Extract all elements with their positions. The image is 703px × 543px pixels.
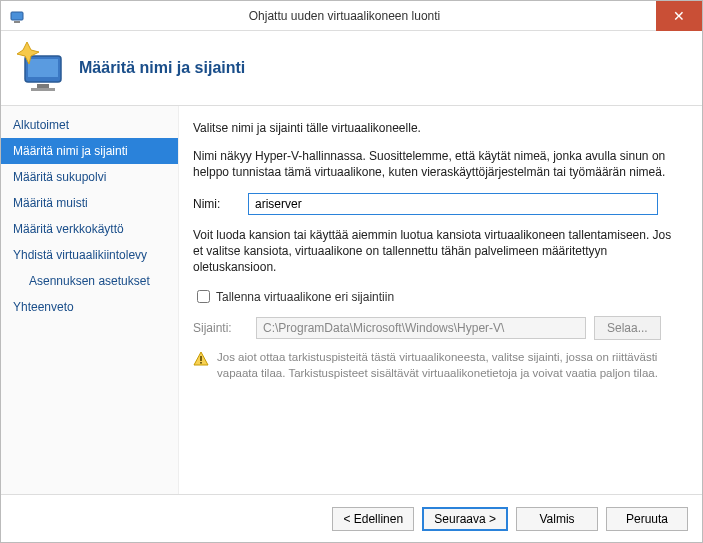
name-label: Nimi: (193, 197, 248, 211)
svg-rect-3 (28, 59, 58, 77)
warning-text: Jos aiot ottaa tarkistuspisteitä tästä v… (217, 350, 684, 381)
browse-button: Selaa... (594, 316, 661, 340)
svg-rect-0 (11, 12, 23, 20)
wizard-icon (11, 38, 71, 98)
sidebar-item-install-options[interactable]: Asennuksen asetukset (1, 268, 178, 294)
close-button[interactable]: ✕ (656, 1, 702, 31)
svg-rect-5 (31, 88, 55, 91)
sidebar-item-network[interactable]: Määritä verkkokäyttö (1, 216, 178, 242)
window-title: Ohjattu uuden virtuaalikoneen luonti (33, 9, 656, 23)
finish-button[interactable]: Valmis (516, 507, 598, 531)
footer: < Edellinen Seuraava > Valmis Peruuta (1, 494, 702, 542)
next-button[interactable]: Seuraava > (422, 507, 508, 531)
svg-rect-8 (200, 356, 202, 361)
wizard-header: Määritä nimi ja sijainti (1, 31, 702, 106)
name-row: Nimi: (193, 193, 684, 215)
location-label: Sijainti: (193, 321, 248, 335)
close-icon: ✕ (673, 8, 685, 24)
svg-rect-9 (200, 362, 202, 364)
intro-text: Valitse nimi ja sijainti tälle virtuaali… (193, 120, 684, 136)
name-input[interactable] (248, 193, 658, 215)
sidebar-item-generation[interactable]: Määritä sukupolvi (1, 164, 178, 190)
sidebar: Alkutoimet Määritä nimi ja sijainti Määr… (1, 106, 179, 494)
sidebar-item-name-location[interactable]: Määritä nimi ja sijainti (1, 138, 178, 164)
wizard-body: Alkutoimet Määritä nimi ja sijainti Määr… (1, 106, 702, 494)
sidebar-item-vhd[interactable]: Yhdistä virtuaalikiintolevy (1, 242, 178, 268)
store-different-location-checkbox[interactable] (197, 290, 210, 303)
cancel-button[interactable]: Peruuta (606, 507, 688, 531)
sidebar-item-memory[interactable]: Määritä muisti (1, 190, 178, 216)
location-row: Sijainti: Selaa... (193, 316, 684, 340)
titlebar: Ohjattu uuden virtuaalikoneen luonti ✕ (1, 1, 702, 31)
back-button[interactable]: < Edellinen (332, 507, 414, 531)
svg-rect-1 (14, 21, 20, 23)
content-panel: Valitse nimi ja sijainti tälle virtuaali… (179, 106, 702, 494)
store-different-location-row: Tallenna virtuaalikone eri sijaintiin (193, 287, 684, 306)
svg-rect-4 (37, 84, 49, 88)
desc-text: Nimi näkyy Hyper-V-hallinnassa. Suositte… (193, 148, 684, 180)
warning-row: Jos aiot ottaa tarkistuspisteitä tästä v… (193, 350, 684, 381)
warning-icon (193, 351, 209, 367)
folder-hint: Voit luoda kansion tai käyttää aiemmin l… (193, 227, 684, 276)
page-title: Määritä nimi ja sijainti (79, 59, 245, 77)
app-icon (9, 8, 25, 24)
location-input (256, 317, 586, 339)
sidebar-item-summary[interactable]: Yhteenveto (1, 294, 178, 320)
sidebar-item-start[interactable]: Alkutoimet (1, 112, 178, 138)
store-different-location-label: Tallenna virtuaalikone eri sijaintiin (216, 290, 394, 304)
